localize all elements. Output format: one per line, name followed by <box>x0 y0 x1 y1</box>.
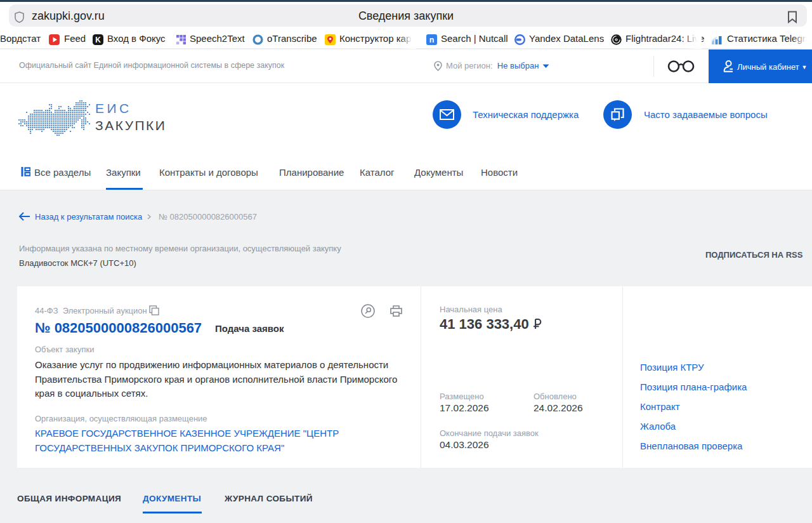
svg-text:K: K <box>95 36 101 44</box>
svg-text:n: n <box>429 36 435 44</box>
